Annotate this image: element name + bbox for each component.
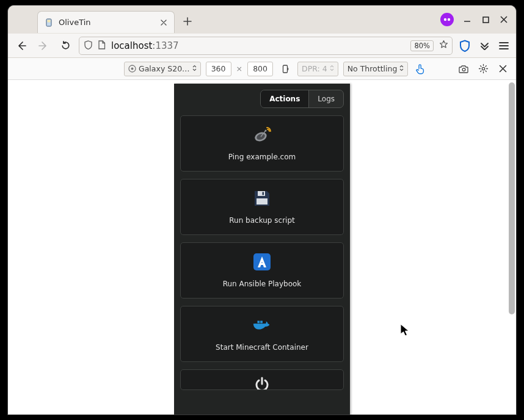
svg-point-8 (462, 68, 465, 71)
olivetin-app: Actions Logs (174, 84, 350, 415)
responsive-device-frame: Actions Logs (174, 84, 350, 415)
satellite-icon (252, 125, 272, 145)
svg-rect-22 (257, 320, 260, 323)
action-label: Start Minecraft Container (216, 343, 308, 352)
dpr-select[interactable]: DPR: 4 (297, 62, 338, 76)
tab-logs[interactable]: Logs (309, 90, 343, 107)
scrollbar-thumb[interactable] (509, 82, 515, 314)
viewport-height-input[interactable]: 800 (247, 62, 273, 76)
power-icon (252, 378, 272, 390)
device-name: Galaxy S20… (139, 64, 190, 73)
devtools-device-bar: Galaxy S20… 360 × 800 DPR: 4 No Throttli… (8, 58, 516, 80)
browser-window: OliveTin (8, 5, 516, 415)
page-viewport: Actions Logs (8, 80, 516, 415)
svg-rect-15 (263, 192, 264, 195)
viewport-width-input[interactable]: 360 (206, 62, 231, 76)
action-label: Run Ansible Playbook (223, 280, 302, 288)
window-maximize-button[interactable] (481, 15, 490, 24)
devtools-settings-button[interactable] (476, 62, 490, 76)
tab-favicon (44, 18, 54, 27)
extension-badge[interactable] (440, 13, 454, 26)
view-toggle: Actions Logs (260, 90, 344, 108)
svg-rect-4 (483, 17, 489, 23)
svg-point-3 (448, 18, 450, 21)
window-close-button[interactable] (499, 15, 509, 24)
action-card-backup[interactable]: Run backup script (180, 179, 344, 235)
chevron-updown-icon (192, 65, 197, 73)
toolbar: localhost:1337 80% (8, 34, 516, 58)
overflow-chevron-button[interactable] (477, 38, 492, 53)
titlebar: OliveTin (8, 5, 516, 34)
action-card-ping[interactable]: Ping example.com (180, 115, 344, 172)
rotate-device-button[interactable] (278, 62, 293, 76)
action-card-ansible[interactable]: Run Ansible Playbook (180, 242, 344, 299)
action-label: Run backup script (229, 216, 294, 225)
svg-point-13 (265, 130, 267, 132)
tab-close-button[interactable] (158, 17, 169, 28)
svg-rect-16 (257, 198, 267, 205)
browser-tab[interactable]: OliveTin (37, 11, 175, 33)
svg-rect-18 (260, 263, 264, 265)
throttle-label: No Throttling (348, 64, 398, 73)
bookmark-star-button[interactable] (437, 40, 449, 51)
throttle-select[interactable]: No Throttling (343, 62, 409, 76)
nav-back-button[interactable] (13, 37, 30, 54)
svg-rect-17 (253, 253, 271, 270)
touch-simulation-button[interactable] (413, 62, 428, 76)
url-host: localhost (111, 40, 152, 51)
url-text: localhost:1337 (111, 40, 179, 51)
action-card-minecraft[interactable]: Start Minecraft Container (180, 306, 344, 362)
hamburger-menu-button[interactable] (497, 38, 511, 53)
nav-reload-button[interactable] (57, 37, 74, 54)
window-minimize-button[interactable] (462, 15, 472, 24)
action-label: Ping example.com (228, 153, 296, 161)
extension-shield-icon[interactable] (457, 38, 472, 53)
chrome-icon (128, 65, 136, 73)
docker-icon (252, 315, 272, 336)
page-icon (98, 40, 107, 51)
svg-point-2 (444, 18, 446, 21)
tab-title: OliveTin (59, 18, 153, 27)
nav-forward-button[interactable] (35, 37, 52, 54)
shield-icon (84, 40, 94, 51)
devtools-close-button[interactable] (495, 62, 510, 76)
svg-rect-7 (283, 65, 288, 73)
screenshot-button[interactable] (456, 62, 471, 76)
url-port: :1337 (152, 40, 178, 51)
svg-point-9 (482, 67, 484, 70)
dimension-separator: × (236, 64, 242, 73)
ansible-icon (252, 252, 272, 272)
chevron-updown-icon (399, 65, 404, 73)
url-bar[interactable]: localhost:1337 80% (79, 37, 453, 55)
device-select[interactable]: Galaxy S20… (124, 62, 201, 76)
new-tab-button[interactable] (178, 12, 197, 31)
svg-rect-1 (48, 20, 51, 22)
floppy-icon (252, 188, 272, 209)
tab-actions[interactable]: Actions (261, 90, 309, 107)
chevron-updown-icon (330, 65, 334, 73)
titlebar-right (440, 13, 512, 26)
app-header: Actions Logs (180, 90, 344, 108)
dpr-label: DPR: 4 (302, 64, 327, 73)
action-card-power[interactable] (180, 369, 344, 390)
action-cards: Ping example.com Run backup script (180, 115, 344, 415)
svg-rect-23 (260, 320, 263, 323)
svg-point-6 (131, 68, 134, 70)
svg-rect-14 (258, 191, 265, 196)
zoom-indicator[interactable]: 80% (410, 40, 434, 51)
